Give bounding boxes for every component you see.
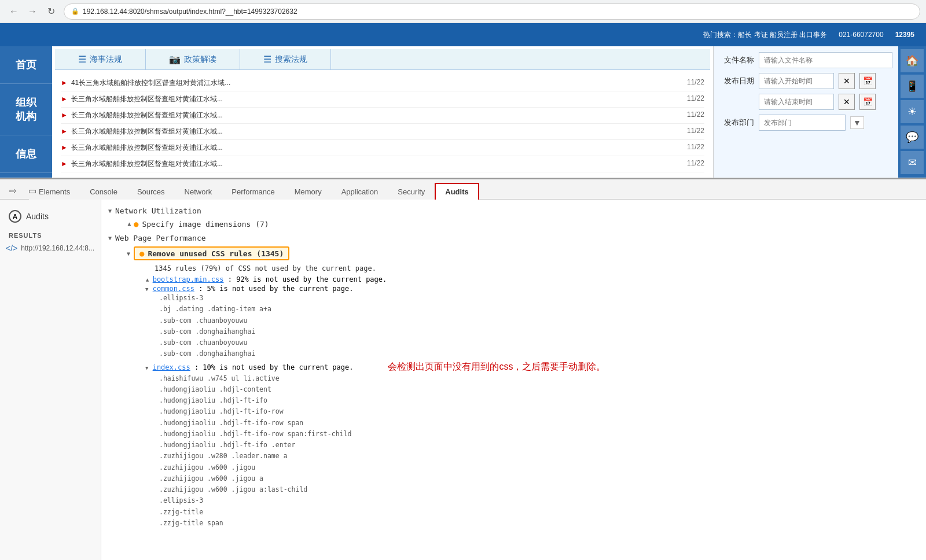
index-css-left: ▼ index.css : 10% is not used by the cur…	[145, 363, 353, 371]
tab-policy[interactable]: 📷 政策解读	[146, 49, 240, 69]
news-date: 11/22	[687, 110, 704, 120]
web-page-perf-items: ▼ ● Remove unused CSS rules (1345) 1345 …	[108, 245, 919, 529]
tab-network[interactable]: Network	[175, 183, 222, 200]
calendar-start-btn[interactable]: 📅	[859, 73, 876, 89]
news-item[interactable]: ►长三角水域船舶排放控制区督查组对黄浦江水域... 11/22	[61, 156, 704, 172]
network-util-header[interactable]: ▼ Network Utilization	[108, 204, 919, 218]
start-date-input[interactable]	[759, 73, 834, 89]
cursor-tool-icon[interactable]: ⇨	[5, 183, 21, 199]
left-nav: 首页 组织机构 信息	[0, 46, 52, 178]
wechat-icon[interactable]: 💬	[901, 126, 924, 149]
common-css-link[interactable]: common.css	[153, 285, 194, 293]
code-line: .sub-com .donghaihanghai	[141, 348, 919, 359]
triangle-icon: ▼	[108, 235, 112, 241]
main-content: ☰ 海事法规 📷 政策解读 ☰ 搜索法规 ►41长三角水域船舶排放控制区督查组对…	[52, 46, 926, 178]
tab-sources[interactable]: Sources	[127, 183, 175, 200]
code-line: .hudongjiaoliu .hdjl-content	[141, 384, 919, 395]
calendar-end-btn[interactable]: 📅	[859, 94, 876, 110]
right-icons: 🏠 📱 ☀ 💬 ✉	[898, 46, 926, 178]
news-item[interactable]: ►长三角水域船舶排放控制区督查组对黄浦江水域... 11/22	[61, 140, 704, 156]
news-list: ►41长三角水域船舶排放控制区督查组对黄浦江水域... 11/22 ►长三角水域…	[55, 73, 710, 175]
tab-console[interactable]: Console	[80, 183, 127, 200]
news-item[interactable]: ►长三角水域船舶排放控制区督查组对黄浦江水域... 11/22	[61, 124, 704, 140]
browser-bar: ← → ↻ 🔒 192.168.12.44:8020/shmsa/output/…	[0, 0, 926, 23]
clear-end-btn[interactable]: ✕	[839, 94, 855, 110]
triangle-icon: ▶	[126, 222, 132, 226]
weibo-icon[interactable]: ☀	[901, 100, 924, 123]
nav-item-org[interactable]: 组织机构	[0, 84, 52, 135]
device-tool-icon[interactable]: ▭	[24, 183, 41, 199]
dept-row: 发布部门 ▼	[719, 115, 892, 131]
address-bar[interactable]: 🔒 192.168.12.44:8020/shmsa/output/index.…	[64, 3, 920, 20]
css-summary-text: 1345 rules (79%) of CSS not used by the …	[141, 262, 919, 275]
code-line: .zuzhijigou .w600 .jigou a	[141, 473, 919, 484]
nav-item-info[interactable]: 信息	[0, 135, 52, 173]
news-item[interactable]: ►41长三角水域船舶排放控制区督查组对黄浦江水域... 11/22	[61, 75, 704, 91]
chinese-annotation: 会检测出页面中没有用到的css，之后需要手动删除。	[388, 361, 605, 373]
news-dot: ►	[61, 143, 68, 152]
web-page-perf-section: ▼ Web Page Performance ▼ ● Remove unused…	[108, 231, 919, 529]
specify-image-label: Specify image dimensions (7)	[142, 220, 269, 229]
nav-item-home[interactable]: 首页	[0, 46, 52, 84]
end-date-row: ✕ 📅	[719, 94, 892, 110]
specify-image-header[interactable]: ▶ ● Specify image dimensions (7)	[120, 218, 919, 230]
sidebar-url-item[interactable]: </> http://192.168.12.44:8...	[0, 241, 101, 255]
tab-memory[interactable]: Memory	[285, 183, 332, 200]
mail-icon[interactable]: ✉	[901, 151, 924, 174]
news-dot: ►	[61, 127, 68, 135]
tab-security[interactable]: Security	[388, 183, 435, 200]
top-right: 021-66072700 12395	[839, 31, 914, 39]
news-item[interactable]: ►长三角水域船舶排放控制区督查组对黄浦江水域... 11/22	[61, 91, 704, 108]
code-line: .hudongjiaoliu .hdjl-ft-ifo-row	[141, 406, 919, 417]
sidebar-audits[interactable]: A Audits	[0, 205, 101, 227]
file-name-label: 文件名称	[719, 55, 754, 65]
bootstrap-link[interactable]: bootstrap.min.css	[153, 275, 224, 283]
web-page-perf-header[interactable]: ▼ Web Page Performance	[108, 231, 919, 245]
code-line: .hudongjiaoliu .hdjl-ft-ifo-row span	[141, 418, 919, 429]
tab-search-law[interactable]: ☰ 搜索法规	[240, 49, 331, 69]
reload-button[interactable]: ↻	[43, 3, 59, 20]
triangle-icon: ▼	[145, 365, 148, 371]
tab-performance[interactable]: Performance	[222, 183, 284, 200]
maritime-label: 海事法规	[90, 54, 122, 65]
news-item[interactable]: ►长三角水域船舶排放控制区督查组对黄浦江水域... 11/22	[61, 108, 704, 124]
website-top-bar: 热门搜索：船长 考证 船员注册 出口事务 021-66072700 12395	[0, 23, 926, 46]
audits-label: Audits	[26, 212, 49, 221]
code-line: .sub-com .chuanboyouwu	[141, 315, 919, 326]
code-line: .haishifuwu .w745 ul li.active	[141, 373, 919, 384]
news-dot: ►	[61, 79, 68, 87]
index-css-link[interactable]: index.css	[153, 363, 190, 371]
remove-css-header[interactable]: ▼ ● Remove unused CSS rules (1345)	[120, 245, 919, 262]
tab-audits[interactable]: Audits	[435, 183, 479, 200]
mobile-icon[interactable]: 📱	[901, 75, 924, 98]
dept-input[interactable]	[759, 115, 846, 131]
file-name-input[interactable]	[759, 52, 892, 68]
home-icon[interactable]: 🏠	[901, 49, 924, 72]
service-number: 12395	[895, 31, 914, 39]
news-date: 11/22	[687, 78, 704, 88]
code-line: .bj .dating .dating-item a+a	[141, 304, 919, 315]
devtools-body: A Audits RESULTS </> http://192.168.12.4…	[0, 200, 926, 560]
forward-button[interactable]: →	[24, 3, 41, 20]
code-line: .zzjg-title	[141, 507, 919, 518]
bootstrap-desc: : 92% is not used by the current page.	[228, 275, 387, 283]
network-util-items: ▶ ● Specify image dimensions (7)	[108, 218, 919, 230]
back-button[interactable]: ←	[6, 3, 22, 20]
sidebar-url-text: http://192.168.12.44:8...	[21, 244, 94, 252]
clear-start-btn[interactable]: ✕	[839, 73, 855, 89]
tab-maritime-law[interactable]: ☰ 海事法规	[55, 49, 146, 69]
devtools-tabs: Elements Console Sources Network Perform…	[0, 179, 926, 200]
website-nav: 首页 组织机构 信息 ☰ 海事法规 📷 政策解读 ☰ 搜索法规	[0, 46, 926, 178]
code-line: .ellipsis-3	[141, 293, 919, 304]
remove-css-highlight: ● Remove unused CSS rules (1345)	[134, 246, 289, 260]
lock-icon: 🔒	[71, 8, 79, 15]
triangle-icon: ▼	[108, 208, 112, 214]
orange-dot-icon: ●	[139, 249, 144, 258]
maritime-icon: ☰	[78, 54, 86, 65]
triangle-icon: ▼	[127, 250, 130, 257]
network-util-label: Network Utilization	[115, 207, 201, 215]
search-law-icon: ☰	[263, 54, 271, 65]
tab-application[interactable]: Application	[332, 183, 388, 200]
end-date-input[interactable]	[759, 94, 834, 110]
devtools-sidebar: A Audits RESULTS </> http://192.168.12.4…	[0, 200, 101, 560]
